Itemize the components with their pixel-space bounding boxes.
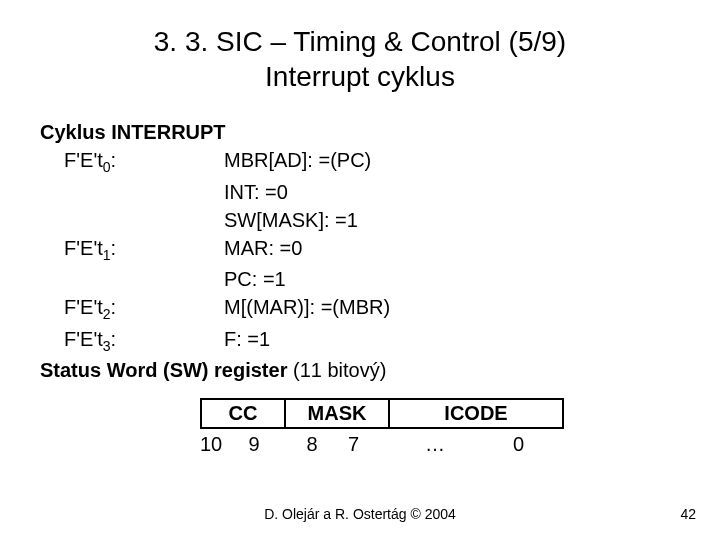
footer: D. Olejár a R. Ostertág © 2004 42 [0,506,720,522]
sw-normal-text: (11 bitový) [293,359,386,381]
sw-bold-text: Status Word (SW) register [40,359,293,381]
register-table: CC MASK ICODE [200,398,564,429]
row-rhs: SW[MASK]: =1 [224,206,358,234]
reg-cc-cell: CC [201,399,285,428]
row-rhs: M[(MAR)]: =(MBR) [224,293,390,325]
bit-0: 0 [474,433,524,456]
row-label-post: : [111,149,117,171]
cycle-row: F'E't3: F: =1 [40,325,720,357]
row-label-sub: 3 [103,338,111,354]
page-number: 42 [680,506,696,522]
bit-dots: … [396,433,474,456]
cycle-row: F'E't2: M[(MAR)]: =(MBR) [40,293,720,325]
cycle-row: SW[MASK]: =1 [40,206,720,234]
row-rhs: PC: =1 [224,265,286,293]
title-line-1: 3. 3. SIC – Timing & Control (5/9) [154,26,566,57]
row-label-pre: F'E't [64,149,103,171]
bit-9: 9 [232,433,276,456]
bit-8: 8 [276,433,348,456]
bit-labels: 10 9 8 7 … 0 [200,433,720,456]
row-label-sub: 1 [103,247,111,263]
section-heading: Cyklus INTERRUPT [40,118,720,146]
cycle-row: F'E't0: MBR[AD]: =(PC) [40,146,720,178]
row-label-post: : [111,296,117,318]
cycle-row: PC: =1 [40,265,720,293]
cycle-row: F'E't1: MAR: =0 [40,234,720,266]
row-label-sub: 2 [103,306,111,322]
reg-mask-cell: MASK [285,399,389,428]
row-rhs: MAR: =0 [224,234,302,266]
row-rhs: MBR[AD]: =(PC) [224,146,371,178]
row-label-post: : [111,237,117,259]
status-word-line: Status Word (SW) register (11 bitový) [40,356,720,384]
register-diagram: CC MASK ICODE 10 9 8 7 … 0 [200,398,720,456]
bit-10: 10 [200,433,232,456]
title-line-2: Interrupt cyklus [265,61,455,92]
bit-7: 7 [348,433,396,456]
row-label-sub: 0 [103,159,111,175]
reg-icode-cell: ICODE [389,399,563,428]
row-label-pre: F'E't [64,237,103,259]
row-rhs: F: =1 [224,325,270,357]
row-rhs: INT: =0 [224,178,288,206]
row-label-pre: F'E't [64,296,103,318]
cycle-row: INT: =0 [40,178,720,206]
content-block: Cyklus INTERRUPT F'E't0: MBR[AD]: =(PC) … [40,118,720,384]
row-label-pre: F'E't [64,328,103,350]
footer-text: D. Olejár a R. Ostertág © 2004 [0,506,720,522]
row-label-post: : [111,328,117,350]
